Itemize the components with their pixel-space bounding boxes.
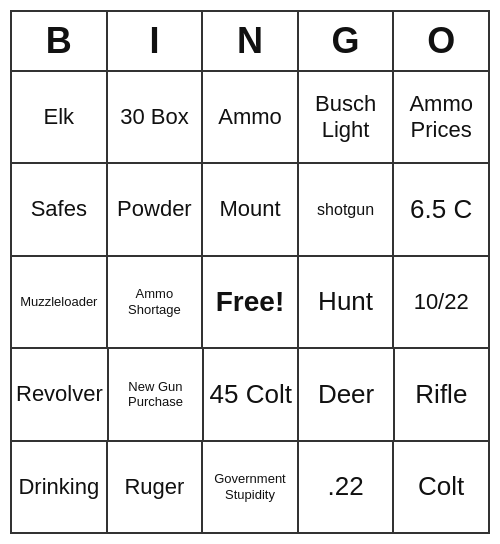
bingo-header: BINGO	[12, 12, 488, 72]
grid-cell-1-4: 6.5 C	[394, 164, 488, 254]
grid-cell-4-2: Government Stupidity	[203, 442, 299, 532]
grid-cell-2-3: Hunt	[299, 257, 395, 347]
header-letter-n: N	[203, 12, 299, 70]
grid-row-0: Elk30 BoxAmmoBusch LightAmmo Prices	[12, 72, 488, 164]
grid-cell-0-1: 30 Box	[108, 72, 204, 162]
grid-cell-1-1: Powder	[108, 164, 204, 254]
grid-cell-0-2: Ammo	[203, 72, 299, 162]
bingo-grid: Elk30 BoxAmmoBusch LightAmmo PricesSafes…	[12, 72, 488, 532]
header-letter-g: G	[299, 12, 395, 70]
grid-cell-3-1: New Gun Purchase	[109, 349, 204, 439]
header-letter-i: I	[108, 12, 204, 70]
header-letter-o: O	[394, 12, 488, 70]
grid-cell-2-0: Muzzleloader	[12, 257, 108, 347]
grid-cell-1-3: shotgun	[299, 164, 395, 254]
grid-cell-4-1: Ruger	[108, 442, 204, 532]
grid-cell-4-4: Colt	[394, 442, 488, 532]
grid-row-4: DrinkingRugerGovernment Stupidity.22Colt	[12, 442, 488, 532]
grid-cell-0-0: Elk	[12, 72, 108, 162]
grid-cell-3-0: Revolver	[12, 349, 109, 439]
grid-cell-1-0: Safes	[12, 164, 108, 254]
bingo-card: BINGO Elk30 BoxAmmoBusch LightAmmo Price…	[10, 10, 490, 534]
grid-row-1: SafesPowderMountshotgun6.5 C	[12, 164, 488, 256]
grid-cell-4-3: .22	[299, 442, 395, 532]
grid-row-2: MuzzleloaderAmmo ShortageFree!Hunt10/22	[12, 257, 488, 349]
header-letter-b: B	[12, 12, 108, 70]
grid-cell-2-2: Free!	[203, 257, 299, 347]
grid-cell-2-1: Ammo Shortage	[108, 257, 204, 347]
grid-cell-0-4: Ammo Prices	[394, 72, 488, 162]
grid-cell-3-4: Rifle	[395, 349, 488, 439]
grid-cell-3-2: 45 Colt	[204, 349, 299, 439]
grid-cell-1-2: Mount	[203, 164, 299, 254]
grid-cell-0-3: Busch Light	[299, 72, 395, 162]
grid-cell-4-0: Drinking	[12, 442, 108, 532]
grid-cell-2-4: 10/22	[394, 257, 488, 347]
grid-cell-3-3: Deer	[299, 349, 394, 439]
grid-row-3: RevolverNew Gun Purchase45 ColtDeerRifle	[12, 349, 488, 441]
